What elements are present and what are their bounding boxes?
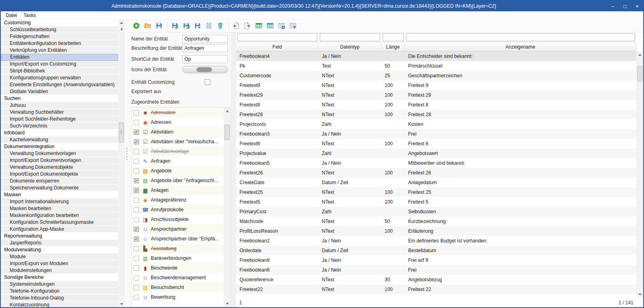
table-row-freeboolean5[interactable]: Freeboolean5Ja / NeinMitbewerber sind be… <box>236 158 636 168</box>
entity-row-aktivitätenvorlage[interactable]: ☑Aktivitätenvorlage <box>132 147 224 156</box>
tree-item-jasperreports[interactable]: JasperReports <box>1 240 118 246</box>
tree-item-maskenkonfiguration-bearbeiten[interactable]: Maskenkonfiguration bearbeiten <box>1 212 118 219</box>
tree-item-erweiterte-einstellungen-anwendungsvariablen[interactable]: Erweiterte Einstellungen (Anwendungsvari… <box>1 81 118 88</box>
entity-checkbox[interactable]: ✓ <box>134 178 139 183</box>
column-header-anzeigename[interactable]: Anzeigename <box>405 42 636 51</box>
tree-item-verknüpfung-von-entitäten[interactable]: Verknüpfung von Entitäten <box>1 47 118 54</box>
entity-row-anlagepräferenz[interactable]: ◆Anlagepräferenz <box>132 195 224 205</box>
tree-item-kachelverwaltung[interactable]: Kachelverwaltung <box>1 136 118 143</box>
entity-checkbox[interactable] <box>134 207 139 212</box>
entity-checkbox[interactable] <box>134 217 139 222</box>
entity-row-anschlussobjekte[interactable]: ◨Anschlussobjekte <box>132 215 224 224</box>
entity-row-beschwerde[interactable]: ▮Beschwerde <box>132 263 224 273</box>
entity-row-anfragen[interactable]: ✎Anfragen <box>132 156 224 166</box>
table-row-freetext22[interactable]: Freetext22NText100Freitext 22 <box>236 285 636 294</box>
tree-item-verwaltung-dokumentvorlagen[interactable]: Verwaltung Dokumentvorlagen <box>1 150 118 157</box>
entity-row-anlagen[interactable]: ✓▆Anlagen <box>132 185 224 195</box>
menu-datei[interactable]: Datei <box>2 11 20 19</box>
tree-item-konfigurationsgruppen-verwalten[interactable]: Konfigurationsgruppen verwalten <box>1 74 118 81</box>
entity-row-adressen[interactable]: ◉Adressen <box>132 117 224 127</box>
entity-checkbox[interactable] <box>134 159 139 164</box>
entity-shortcut-input[interactable] <box>182 55 228 63</box>
entity-row-besuchsbericht[interactable]: ▤Besuchsbericht <box>132 283 224 292</box>
table-row-projectcosts[interactable]: ProjectcostsZahlKosten <box>236 119 636 129</box>
entity-row-beschwerdemanagement[interactable]: ☺Beschwerdemanagement <box>132 273 224 283</box>
table-row-freetext25[interactable]: Freetext25NText100Freitext 25 <box>236 187 636 197</box>
scroll-down-button[interactable] <box>636 291 643 297</box>
table-row-freetext6[interactable]: Freetext6NText100Freitext 6 <box>236 139 636 149</box>
entity-row-bewerbung[interactable]: ☺Bewerbung <box>132 292 224 302</box>
entity-icons-picker[interactable] <box>182 66 228 73</box>
entity-checkbox[interactable]: ✓ <box>134 188 139 193</box>
entity-checkbox[interactable] <box>134 110 139 115</box>
tree-item-masken-bearbeiten[interactable]: Masken bearbeiten <box>1 205 118 212</box>
collapse-panel-button[interactable] <box>118 26 125 32</box>
contains-customizing-checkbox[interactable] <box>205 79 210 85</box>
entity-checkbox[interactable]: ✓ <box>134 139 139 144</box>
tree-section-modulverwaltung[interactable]: Modulverwaltung <box>1 246 118 253</box>
entity-row-ansprechpartner-über-empfä[interactable]: ✓☺Ansprechpartner über "Empfä... <box>132 234 224 244</box>
entity-checkbox[interactable] <box>134 266 139 271</box>
table-filter-button[interactable] <box>288 21 298 31</box>
entity-caption-input[interactable] <box>182 44 228 52</box>
tree-section-sonstige-bereiche[interactable]: Sonstige Bereiche <box>1 274 118 281</box>
entity-row-angebote-über-anfragenschl[interactable]: ✓▤Angebote über "Anfragenschl... <box>132 176 224 185</box>
tree-item-kontaktzuordnung[interactable]: Kontaktzuordnung <box>1 302 118 307</box>
entity-list-scrollbar[interactable] <box>224 108 231 307</box>
scrollbar-thumb[interactable] <box>225 125 230 140</box>
table-settings-button[interactable] <box>276 21 287 31</box>
table-alt-button[interactable] <box>265 21 275 31</box>
table-row-pk[interactable]: PkText50Primärschlüssel <box>236 61 636 71</box>
tree-item-speicherverwaltung-dokumente[interactable]: Speicherverwaltung Dokumente <box>1 185 118 191</box>
entity-row-aktivitäten[interactable]: ✓☑Aktivitäten <box>132 127 224 137</box>
scrollbar-thumb[interactable] <box>637 66 642 81</box>
filter-input-länge[interactable] <box>383 33 404 41</box>
entity-checkbox[interactable] <box>134 198 139 203</box>
entity-name-input[interactable] <box>182 35 228 43</box>
table-row-freeboolean2[interactable]: Freeboolean2Ja / NeinEin definiertes Bud… <box>236 236 636 246</box>
entity-checkbox[interactable] <box>134 149 139 154</box>
save-add-button[interactable] <box>193 21 203 31</box>
entity-row-ansprechpartner[interactable]: ✓☺Ansprechpartner <box>132 224 224 234</box>
table-row-freetext29[interactable]: Freetext29NText100Freitext 29 <box>236 90 636 100</box>
tree-item-konfiguration-app-maske[interactable]: Konfiguration App-Maske <box>1 226 118 233</box>
entity-row-ausstattung[interactable]: ▙Ausstattung <box>132 244 224 253</box>
table-row-profitlossreason[interactable]: ProfitLossReasonNText100Erläuterung <box>236 226 636 236</box>
column-header-länge[interactable]: Länge <box>381 42 405 51</box>
table-row-freetext26[interactable]: Freetext26NText100Freitext 26 <box>236 168 636 178</box>
tree-section-infoboard[interactable]: Infoboard <box>1 130 118 136</box>
entity-checkbox[interactable]: ✓ <box>134 236 139 242</box>
table-row-freeboolean9[interactable]: Freeboolean9Ja / NeinFrei w/f 9 <box>236 255 636 265</box>
table-row-freetext9[interactable]: Freetext9NText100Freitext 9 <box>236 81 636 90</box>
entity-row-anrufprotokolle[interactable]: ☎Anrufprotokolle <box>132 205 224 215</box>
scrollbar-thumb[interactable] <box>119 122 124 142</box>
menu-tasks[interactable]: Tasks <box>20 11 39 19</box>
table-button[interactable] <box>254 21 264 31</box>
tree-item-import-internationalisierung[interactable]: Import Internationalisierung <box>1 198 118 205</box>
filter-input-feld[interactable] <box>237 33 317 41</box>
tree-item-moduleinstellungen[interactable]: Moduleinstellungen <box>1 267 118 274</box>
table-row-matchcode[interactable]: MatchcodeNText50Kurzbezeichnung <box>236 217 636 226</box>
column-header-feld[interactable]: Feld <box>236 42 319 51</box>
scroll-up-button[interactable] <box>118 19 125 26</box>
tree-item-module[interactable]: Module <box>1 253 118 260</box>
save-button[interactable] <box>154 21 164 31</box>
entity-checkbox[interactable] <box>134 168 139 174</box>
tree-item-dokumente-entsperren[interactable]: Dokumente entsperren <box>1 178 118 185</box>
tree-section-suchen[interactable]: Suchen <box>1 95 118 102</box>
table-row-createdate[interactable]: CreateDateDatum / ZeitAnlagedatum <box>236 178 636 187</box>
entity-row-adressaten[interactable]: ☻Adressaten <box>132 108 224 117</box>
tree-item-telefonie-inbound-dialog[interactable]: Telefonie-Inbound-Dialog <box>1 295 118 302</box>
table-row-customercode[interactable]: CustomercodeNText25Geschäftspartnerzeich… <box>236 71 636 81</box>
scroll-up-button[interactable] <box>636 51 643 58</box>
tree-item-entitäten[interactable]: Entitäten <box>1 54 118 61</box>
entity-checkbox[interactable]: ✓ <box>134 130 139 135</box>
scrollbar-track[interactable] <box>224 114 231 300</box>
sidebar-scrollbar[interactable] <box>118 19 125 307</box>
tree-item-import-suchfelder-reihenfolge[interactable]: Import Suchfelder-Reihenfolge <box>1 116 118 123</box>
table-row-freetext5[interactable]: Freetext5NText100Freitext 5 <box>236 197 636 207</box>
tree-item-verwaltung-dokumentobjekte[interactable]: Verwaltung Dokumentobjekte <box>1 164 118 171</box>
entity-row-bankverbindungen[interactable]: ▥Bankverbindungen <box>132 253 224 263</box>
save-sync-button[interactable] <box>181 21 191 31</box>
table-row-quotereference[interactable]: QuotereferenceNText30Angebotsbezug <box>236 275 636 285</box>
